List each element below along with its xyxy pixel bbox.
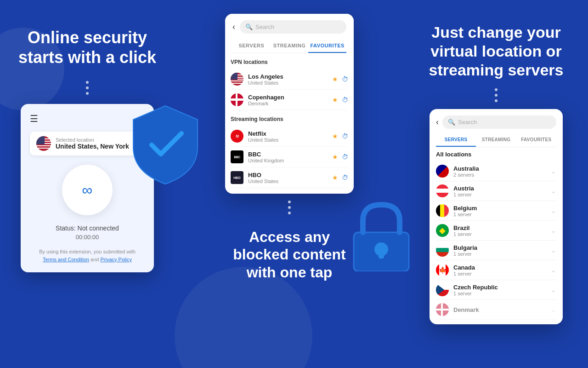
dot — [86, 86, 89, 89]
middle-bottom-text: Access any blocked content with one tap — [220, 228, 358, 281]
right-tab-favourites[interactable]: FAVOURITES — [516, 133, 556, 147]
hbo-flag: HBO — [231, 171, 243, 184]
star-icon[interactable]: ★ — [332, 132, 338, 140]
dot-group-mid — [220, 201, 358, 214]
country-info: Belgium 1 server — [453, 205, 546, 217]
location-label: Selected location — [56, 137, 131, 143]
location-country: United States — [248, 178, 328, 184]
location-name: United States, New York — [56, 143, 131, 150]
dot-group-left — [86, 81, 89, 95]
middle-section: ‹ 🔍 Search SERVERS STREAMING FAVOURITES … — [220, 14, 358, 281]
right-back-button[interactable]: ‹ — [436, 117, 439, 127]
location-country: Denmark — [248, 101, 328, 106]
right-phone-card: ‹ 🔍 Search SERVERS STREAMING FAVOURITES … — [430, 109, 563, 324]
speed-icon[interactable]: ⏱ — [342, 96, 348, 104]
list-item[interactable]: Austria 1 server ⌄ — [436, 181, 556, 201]
dot — [288, 212, 291, 214]
search-box[interactable]: 🔍 Search — [240, 20, 346, 34]
list-item[interactable]: Australia 2 servers ⌄ — [436, 161, 556, 181]
star-icon[interactable]: ★ — [332, 75, 338, 83]
speed-icon[interactable]: ⏱ — [342, 132, 348, 140]
list-item[interactable]: Canada 1 server ⌄ — [436, 260, 556, 280]
country-servers: 2 servers — [453, 172, 546, 178]
austria-flag — [436, 184, 449, 197]
country-info: Canada 1 server — [453, 264, 546, 276]
tab-favourites[interactable]: FAVOURITES — [308, 39, 346, 53]
location-actions: ★ ⏱ — [332, 132, 348, 140]
list-item[interactable]: Denmark ⌄ — [436, 300, 556, 320]
dot — [288, 206, 291, 209]
location-row[interactable]: Selected location United States, New Yor… — [30, 132, 145, 155]
country-info: Denmark — [453, 306, 546, 313]
czech-flag — [436, 283, 449, 296]
timer-text: 00:00:00 — [30, 234, 145, 241]
list-item[interactable]: BBC BBC United Kingdom ★ ⏱ — [231, 147, 348, 167]
location-info: HBO United States — [248, 172, 328, 184]
bbc-flag: BBC — [231, 150, 243, 163]
location-name: Netflix — [248, 130, 328, 137]
country-info: Australia 2 servers — [453, 165, 546, 178]
star-icon[interactable]: ★ — [332, 153, 338, 161]
access-title: Access any blocked content with one tap — [220, 228, 358, 281]
list-item[interactable]: Los Angeles United States ★ ⏱ — [231, 69, 348, 90]
location-country: United Kingdom — [248, 158, 328, 163]
speed-icon[interactable]: ⏱ — [342, 174, 348, 181]
country-servers: 1 server — [453, 192, 546, 197]
back-button[interactable]: ‹ — [232, 22, 235, 32]
list-item[interactable]: Copenhagen Denmark ★ ⏱ — [231, 90, 348, 110]
location-info: Copenhagen Denmark — [248, 94, 328, 106]
australia-flag — [436, 165, 449, 178]
list-item[interactable]: Czech Republic 1 server ⌄ — [436, 280, 556, 300]
terms-link[interactable]: Terms and Condition — [43, 257, 89, 262]
location-info: BBC United Kingdom — [248, 151, 328, 163]
footer-main: By using this extension, you submitted w… — [39, 249, 136, 254]
belgium-flag — [436, 204, 449, 217]
right-search-icon: 🔍 — [448, 119, 455, 126]
right-search-placeholder: Search — [458, 119, 477, 126]
speed-icon[interactable]: ⏱ — [342, 153, 348, 161]
dot — [86, 92, 89, 95]
tab-streaming[interactable]: STREAMING — [271, 39, 309, 53]
denmark-flag — [231, 93, 243, 106]
dot — [86, 81, 89, 84]
brazil-flag — [436, 224, 449, 237]
right-search-box[interactable]: 🔍 Search — [442, 115, 556, 129]
country-name: Denmark — [453, 306, 546, 313]
star-icon[interactable]: ★ — [332, 174, 338, 181]
phone-body: VPN locations Los Angeles United States … — [225, 59, 354, 194]
location-name: Los Angeles — [248, 73, 328, 80]
list-item[interactable]: N Netflix United States ★ ⏱ — [231, 126, 348, 147]
list-item[interactable]: Bulgaria 1 server ⌄ — [436, 241, 556, 260]
bulgaria-flag — [436, 244, 449, 257]
us-flag-sm — [231, 73, 243, 86]
tab-servers[interactable]: SERVERS — [232, 39, 271, 53]
star-icon[interactable]: ★ — [332, 96, 338, 104]
bg-decoration-right — [175, 267, 312, 368]
country-name: Bulgaria — [453, 244, 546, 251]
country-info: Brazil 1 server — [453, 224, 546, 237]
middle-phone-card: ‹ 🔍 Search SERVERS STREAMING FAVOURITES … — [225, 14, 354, 194]
canada-flag — [436, 264, 449, 276]
logo-circle: ∞ — [62, 165, 113, 215]
chevron-down-icon: ⌄ — [551, 247, 556, 254]
list-item[interactable]: Brazil 1 server ⌄ — [436, 221, 556, 241]
location-actions: ★ ⏱ — [332, 174, 348, 181]
location-info: Netflix United States — [248, 130, 328, 143]
location-country: United States — [248, 80, 328, 86]
privacy-link[interactable]: Privacy Policy — [100, 257, 131, 262]
shield-svg — [129, 101, 202, 189]
right-phone-header: ‹ 🔍 Search SERVERS STREAMING FAVOURITES — [430, 109, 563, 147]
menu-icon[interactable]: ☰ — [30, 113, 145, 124]
dot — [288, 201, 291, 203]
right-tab-servers[interactable]: SERVERS — [436, 133, 476, 147]
list-item[interactable]: Belgium 1 server ⌄ — [436, 201, 556, 221]
shield-decoration — [129, 101, 202, 189]
denmark-flag-sm — [436, 303, 449, 316]
chevron-down-icon: ⌄ — [551, 286, 556, 293]
list-item[interactable]: HBO HBO United States ★ ⏱ — [231, 167, 348, 188]
chevron-down-icon: ⌄ — [551, 227, 556, 234]
footer-text: By using this extension, you submitted w… — [30, 248, 145, 263]
country-info: Austria 1 server — [453, 185, 546, 197]
speed-icon[interactable]: ⏱ — [342, 75, 348, 83]
right-tab-streaming[interactable]: STREAMING — [476, 133, 516, 147]
